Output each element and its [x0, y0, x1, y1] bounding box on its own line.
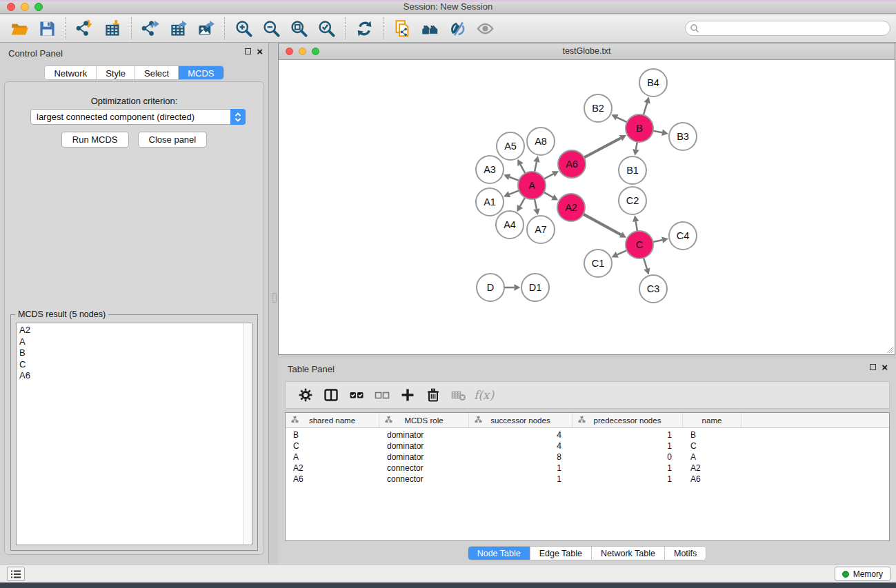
- node-A1[interactable]: A1: [476, 188, 504, 216]
- result-item[interactable]: A6: [17, 370, 252, 382]
- cell: A6: [683, 474, 741, 485]
- network-graph[interactable]: B4B2BB3A8A5A6A3B1AA1C2A2A4A7C4CC1C3DD1: [279, 60, 895, 354]
- run-mcds-button[interactable]: Run MCDS: [61, 132, 129, 148]
- edge-A6-B[interactable]: [583, 138, 621, 158]
- svg-text:A3: A3: [484, 164, 496, 175]
- result-scrollbar[interactable]: [243, 323, 252, 545]
- network-window-titlebar: testGlobe.txt: [279, 43, 895, 60]
- panel-splitter-handle[interactable]: [272, 293, 277, 303]
- node-A5[interactable]: A5: [497, 132, 524, 160]
- result-item[interactable]: B: [17, 347, 252, 359]
- node-D[interactable]: D: [477, 274, 504, 301]
- node-B3[interactable]: B3: [669, 123, 697, 150]
- table-row[interactable]: Adominator80A: [286, 452, 889, 463]
- node-B2[interactable]: B2: [584, 94, 612, 122]
- hide-all-columns-icon[interactable]: [369, 383, 395, 407]
- new-session-from-network-icon[interactable]: [388, 16, 416, 41]
- mcds-result-list[interactable]: A2ABCA6: [16, 323, 252, 545]
- table-row[interactable]: A6connector11A6: [286, 474, 889, 485]
- node-B[interactable]: B: [626, 114, 653, 142]
- table-row[interactable]: Bdominator41B: [286, 430, 889, 441]
- split-columns-icon[interactable]: [318, 383, 344, 407]
- column-header-MCDS-role[interactable]: MCDS role: [379, 413, 469, 427]
- column-header-name[interactable]: name: [683, 413, 741, 427]
- table-row[interactable]: A2connector11A2: [286, 463, 889, 474]
- node-A3[interactable]: A3: [476, 156, 504, 183]
- zoom-fit-icon[interactable]: [285, 16, 312, 41]
- cell: 1: [573, 441, 683, 452]
- memory-button[interactable]: Memory: [835, 567, 890, 581]
- optimization-dropdown[interactable]: largest connected component (directed): [30, 109, 246, 125]
- node-A7[interactable]: A7: [527, 216, 555, 243]
- save-icon[interactable]: [33, 16, 61, 41]
- tab-mcds[interactable]: MCDS: [178, 66, 223, 79]
- tab-edge-table[interactable]: Edge Table: [530, 547, 591, 560]
- resize-grip-icon[interactable]: [884, 344, 894, 354]
- column-header-successor-nodes[interactable]: successor nodes: [469, 413, 573, 427]
- tab-motifs[interactable]: Motifs: [664, 547, 706, 560]
- status-bar: Memory: [0, 564, 896, 582]
- zoom-in-icon[interactable]: [230, 16, 257, 41]
- close-panel-button[interactable]: Close panel: [138, 132, 208, 148]
- table-row[interactable]: Cdominator41C: [286, 441, 889, 452]
- mcds-result-items: A2ABCA6: [17, 323, 252, 382]
- column-header-predecessor-nodes[interactable]: predecessor nodes: [573, 413, 683, 427]
- arrowhead-icon: [661, 130, 668, 136]
- zoom-out-icon[interactable]: [257, 16, 285, 41]
- node-B1[interactable]: B1: [619, 156, 646, 184]
- annotations-hidden-icon[interactable]: [444, 16, 471, 41]
- float-table-panel-icon[interactable]: [870, 364, 876, 370]
- delete-column-icon[interactable]: [420, 383, 446, 407]
- tab-node-table[interactable]: Node Table: [468, 547, 530, 560]
- result-item[interactable]: A2: [17, 325, 252, 336]
- export-image-icon[interactable]: [192, 16, 219, 41]
- import-table-icon[interactable]: [99, 16, 126, 41]
- column-header-shared-name[interactable]: shared name: [286, 413, 379, 427]
- svg-text:B: B: [636, 123, 643, 134]
- export-network-icon[interactable]: [137, 16, 164, 41]
- cell: A6: [286, 474, 379, 485]
- node-A4[interactable]: A4: [496, 211, 524, 239]
- node-D1[interactable]: D1: [521, 274, 549, 301]
- add-column-icon[interactable]: [395, 383, 420, 407]
- app-title: Session: New Session: [0, 1, 896, 12]
- home-icon[interactable]: [416, 16, 444, 41]
- tab-select[interactable]: Select: [135, 66, 178, 79]
- open-folder-icon[interactable]: [6, 16, 33, 41]
- refresh-icon[interactable]: [350, 16, 378, 41]
- tab-style[interactable]: Style: [96, 66, 135, 79]
- node-C2[interactable]: C2: [619, 187, 646, 214]
- close-table-panel-icon[interactable]: ×: [882, 363, 888, 371]
- node-A6[interactable]: A6: [558, 150, 586, 178]
- tab-network[interactable]: Network: [45, 66, 96, 79]
- node-A[interactable]: A: [518, 172, 546, 199]
- close-panel-icon[interactable]: ×: [257, 48, 263, 55]
- edge-A2-C[interactable]: [582, 214, 621, 235]
- gear-icon[interactable]: [292, 383, 318, 407]
- zoom-selected-icon[interactable]: [312, 16, 340, 41]
- node-C4[interactable]: C4: [669, 222, 697, 250]
- toolbar-groups: [6, 16, 499, 41]
- show-all-columns-icon[interactable]: [344, 383, 369, 407]
- tab-network-table[interactable]: Network Table: [591, 547, 664, 560]
- cell: connector: [379, 474, 469, 485]
- result-item[interactable]: A: [17, 336, 252, 348]
- edge-B-B4[interactable]: [643, 103, 647, 116]
- node-C[interactable]: C: [626, 231, 653, 258]
- node-C1[interactable]: C1: [584, 250, 612, 277]
- result-item[interactable]: C: [17, 359, 252, 371]
- node-C3[interactable]: C3: [639, 275, 667, 303]
- node-table[interactable]: shared nameMCDS rolesuccessor nodesprede…: [285, 412, 890, 541]
- node-A8[interactable]: A8: [527, 128, 555, 155]
- export-table-icon[interactable]: [164, 16, 192, 41]
- node-A2[interactable]: A2: [557, 194, 585, 221]
- network-canvas[interactable]: B4B2BB3A8A5A6A3B1AA1C2A2A4A7C4CC1C3DD1: [279, 60, 895, 354]
- table-body: Bdominator41BCdominator41CAdominator80AA…: [286, 428, 889, 485]
- node-B4[interactable]: B4: [639, 69, 667, 97]
- float-panel-icon[interactable]: [245, 48, 251, 54]
- task-history-button[interactable]: [7, 567, 25, 581]
- import-network-icon[interactable]: [71, 16, 99, 41]
- search-input[interactable]: [685, 21, 890, 36]
- cell: A2: [286, 463, 379, 474]
- eye-icon[interactable]: [471, 16, 499, 41]
